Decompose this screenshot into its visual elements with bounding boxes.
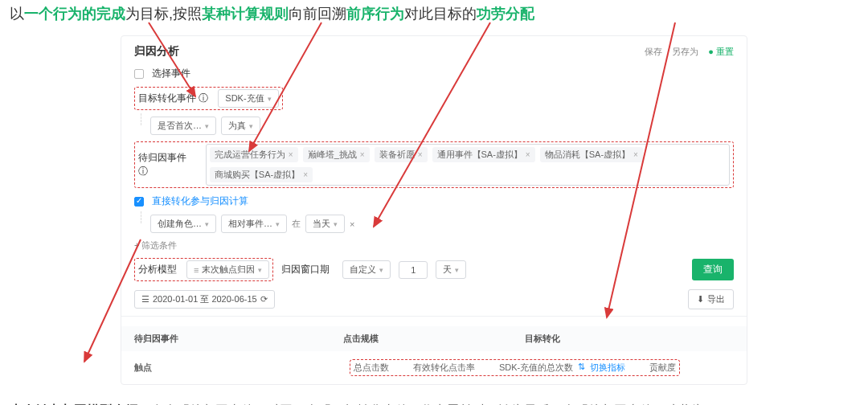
direct-conv-checkbox[interactable] [134, 197, 144, 207]
target-event-select[interactable]: SDK-充值▾ [218, 89, 278, 108]
close-icon[interactable]: × [289, 150, 293, 159]
target-event-highlight: 目标转化事件 ⓘ SDK-充值▾ [134, 87, 283, 110]
refresh-icon[interactable]: ⟳ [260, 294, 268, 305]
select-event-checkbox[interactable] [134, 69, 144, 79]
switch-metric-link[interactable]: 切换指标 [590, 362, 625, 374]
select-event-label: 选择事件 [152, 67, 190, 80]
query-button[interactable]: 查询 [692, 259, 734, 280]
sort-icon[interactable]: ⇅ [578, 362, 585, 374]
result-table-row: 触点 总点击数 有效转化点击率 SDK-充值的总次数⇅切换指标 贡献度 [121, 351, 747, 384]
filter-cond-select[interactable]: 为真▾ [221, 117, 260, 135]
panel-title: 归因分析 [134, 44, 179, 59]
annotation-title: 以一个行为的完成为目标,按照某种计算规则向前回溯前序行为对此目标的功劳分配 [0, 0, 868, 31]
tag-item: 通用事件【SA-虚拟】× [432, 147, 535, 162]
model-select[interactable]: ≡ 末次触点归因▾ [186, 260, 269, 279]
add-filter-link[interactable]: + 筛选条件 [134, 239, 177, 252]
model-label: 分析模型 [138, 263, 177, 276]
attribution-panel: 归因分析 保存 另存为 ● 重置 选择事件 目标转化事件 ⓘ SDK-充值▾ 是… [121, 35, 747, 385]
direct-conv-label: 直接转化参与归因计算 [152, 194, 248, 208]
candidate-label: 待归因事件 ⓘ [138, 151, 196, 178]
tag-item: 装备祈愿× [375, 147, 428, 162]
save-action[interactable]: 保存 [645, 46, 662, 58]
reset-action[interactable]: ● 重置 [708, 46, 734, 58]
metrics-highlight: 总点击数 有效转化点击率 SDK-充值的总次数⇅切换指标 贡献度 [350, 359, 680, 376]
window-label: 归因窗口期 [281, 263, 330, 276]
model-explain: 末次触点归因模型介绍：多个「待归因事件」对同一个「目标转化事件」作出贡献时，认为… [0, 393, 868, 405]
model-highlight: 分析模型 ≡ 末次触点归因▾ [134, 258, 273, 281]
create-role-select[interactable]: 创建角色…▾ [150, 215, 216, 233]
tag-item: 完成运营任务行为× [210, 147, 298, 162]
chevron-down-icon: ▾ [268, 95, 272, 103]
export-button[interactable]: ⬇导出 [688, 289, 734, 309]
tag-item: 商城购买【SA-虚拟】× [210, 167, 313, 182]
tag-item: 物品消耗【SA-虚拟】× [540, 147, 643, 162]
relative-event-select[interactable]: 相对事件…▾ [221, 215, 287, 233]
window-unit-select[interactable]: 天▾ [436, 260, 466, 279]
tag-item: 巅峰塔_挑战× [303, 147, 370, 162]
save-as-action[interactable]: 另存为 [672, 46, 698, 58]
download-icon: ⬇ [697, 294, 704, 305]
remove-filter-icon[interactable]: × [350, 219, 354, 229]
window-count-input[interactable]: 1 [399, 261, 428, 279]
filter-field-select[interactable]: 是否首次…▾ [150, 117, 216, 135]
result-table-header: 待归因事件 点击规模 目标转化 [121, 326, 747, 351]
target-event-label: 目标转化事件 ⓘ [138, 92, 208, 105]
window-mode-select[interactable]: 自定义▾ [342, 260, 391, 279]
day-select[interactable]: 当天▾ [305, 215, 345, 233]
candidate-events-highlight: 待归因事件 ⓘ 完成运营任务行为× 巅峰塔_挑战× 装备祈愿× 通用事件【SA-… [134, 141, 734, 188]
date-range-picker[interactable]: ☰ 2020-01-01 至 2020-06-15 ⟳ [134, 290, 275, 309]
candidate-tagbox[interactable]: 完成运营任务行为× 巅峰塔_挑战× 装备祈愿× 通用事件【SA-虚拟】× 物品消… [206, 144, 730, 186]
